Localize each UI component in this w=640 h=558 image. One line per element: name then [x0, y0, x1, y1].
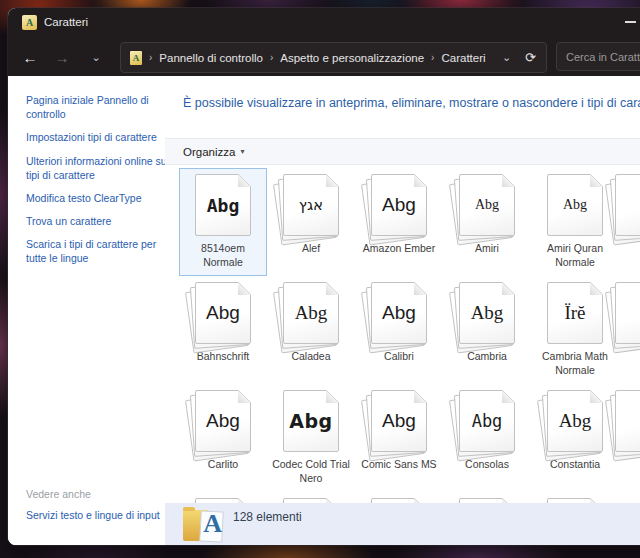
font-preview-text: Abg [289, 410, 332, 432]
font-tile[interactable]: Abg Consolas [443, 384, 531, 492]
font-preview-text: Abg [207, 195, 240, 216]
fonts-grid: Abg 8514oem Normale אגץ Alef Abg Amazon … [179, 168, 640, 545]
forward-button[interactable]: → [50, 46, 74, 68]
font-name-label: Amiri Quran Normale [532, 242, 618, 269]
font-name-label: Codec Cold Trial Nero [268, 458, 354, 485]
breadcrumb-appearance[interactable]: Aspetto e personalizzazione [280, 52, 424, 64]
item-count: 128 elementi [233, 510, 302, 524]
font-file-icon: Abg [278, 280, 344, 346]
sidebar-link[interactable]: Modifica testo ClearType [26, 191, 176, 205]
breadcrumb-separator: › [270, 52, 273, 63]
font-file-icon [610, 388, 640, 454]
sidebar-link[interactable]: Trova un carattere [26, 214, 176, 228]
font-file-icon [610, 172, 640, 238]
font-file-icon: Abg [454, 280, 520, 346]
desktop-wallpaper: A Caratteri ← → ⌄ ↑ A › Pannello di cont… [0, 0, 640, 558]
sidebar-link[interactable]: Scarica i tipi di carattere per tutte le… [26, 237, 176, 265]
font-tile[interactable] [619, 384, 640, 492]
font-tile[interactable]: Abg Codec Cold Trial Nero [267, 384, 355, 492]
font-preview-text: Abg [206, 410, 240, 432]
window-body: Pagina iniziale Pannello di controllo Im… [8, 76, 640, 545]
see-also-section: Vedere anche Servizi testo e lingue di i… [26, 488, 176, 531]
fonts-app-icon: A [22, 15, 37, 30]
font-tile[interactable]: אגץ Alef [267, 168, 355, 276]
font-tile[interactable]: Abg Cambria [443, 276, 531, 384]
font-preview-text: Ïrĕ [564, 302, 585, 324]
see-also-header: Vedere anche [26, 488, 176, 500]
font-file-icon: Abg [366, 280, 432, 346]
font-tile[interactable] [619, 168, 640, 276]
chevron-down-icon: ▾ [240, 147, 244, 156]
font-preview-text: Abg [295, 302, 328, 324]
font-file-icon: Abg [542, 388, 608, 454]
fonts-folder-icon: A [183, 506, 225, 544]
sidebar: Pagina iniziale Pannello di controllo Im… [8, 76, 165, 545]
window-title: Caratteri [44, 16, 88, 28]
sidebar-link[interactable]: Pagina iniziale Pannello di controllo [26, 93, 176, 121]
font-tile[interactable]: Abg Carlito [179, 384, 267, 492]
font-preview-text: Abg [472, 411, 503, 431]
font-tile[interactable]: Abg Amiri [443, 168, 531, 276]
sidebar-link[interactable]: Impostazioni tipi di carattere [26, 130, 176, 144]
font-preview-text: Abg [563, 197, 587, 213]
breadcrumb-separator: › [149, 52, 152, 63]
font-tile[interactable]: Abg 8514oem Normale [179, 168, 267, 276]
font-file-icon: Abg [190, 172, 256, 238]
font-preview-text: Abg [382, 194, 416, 216]
refresh-icon[interactable]: ⟳ [525, 50, 536, 65]
font-file-icon: Abg [366, 172, 432, 238]
font-preview-text: Abg [382, 410, 416, 432]
font-preview-text: Abg [471, 302, 504, 324]
sidebar-links: Pagina iniziale Pannello di controllo Im… [26, 93, 176, 275]
font-file-icon: Abg [190, 388, 256, 454]
organize-button[interactable]: Organizza ▾ [183, 146, 244, 158]
navigation-bar: ← → ⌄ ↑ A › Pannello di controllo › Aspe… [8, 38, 640, 76]
minimize-button[interactable] [625, 21, 636, 23]
font-file-icon: Abg [278, 388, 344, 454]
font-preview-text: Abg [475, 197, 499, 213]
font-tile[interactable]: Abg Comic Sans MS [355, 384, 443, 492]
font-tile[interactable]: Abg Amazon Ember [355, 168, 443, 276]
address-dropdown-icon[interactable]: ⌄ [502, 51, 511, 64]
breadcrumb-separator: › [431, 52, 434, 63]
title-bar: A Caratteri [8, 8, 640, 38]
font-preview-text: אגץ [299, 196, 323, 214]
font-file-icon: אגץ [278, 172, 344, 238]
organize-label: Organizza [183, 146, 235, 158]
sidebar-link[interactable]: Servizi testo e lingue di input [26, 508, 176, 522]
fonts-location-icon: A [130, 51, 142, 65]
font-file-icon: Ïrĕ [542, 280, 608, 346]
font-file-icon [610, 280, 640, 346]
command-bar: Organizza ▾ [165, 138, 640, 165]
fonts-control-panel-window: A Caratteri ← → ⌄ ↑ A › Pannello di cont… [8, 8, 640, 545]
font-file-icon: Abg [454, 388, 520, 454]
content-area: È possibile visualizzare in anteprima, e… [165, 76, 640, 545]
font-name-label: Cambria Math Normale [532, 350, 618, 377]
font-file-icon: Abg [454, 172, 520, 238]
font-tile[interactable]: Abg Calibri [355, 276, 443, 384]
font-preview-text: Abg [382, 302, 416, 324]
font-file-icon: Abg [366, 388, 432, 454]
search-input[interactable] [556, 42, 640, 71]
font-preview-text: Abg [206, 302, 240, 324]
font-preview-text: Abg [559, 410, 592, 432]
recent-locations-chevron-icon[interactable]: ⌄ [84, 46, 108, 68]
sidebar-link[interactable]: Ulteriori informazioni online sui tipi d… [26, 154, 176, 182]
address-bar[interactable]: A › Pannello di controllo › Aspetto e pe… [120, 42, 547, 73]
font-tile[interactable]: Abg Bahnschrift [179, 276, 267, 384]
status-bar: A 128 elementi [165, 503, 640, 545]
breadcrumb-control-panel[interactable]: Pannello di controllo [159, 52, 263, 64]
back-button[interactable]: ← [18, 46, 42, 68]
font-tile[interactable]: Abg Caladea [267, 276, 355, 384]
font-file-icon: Abg [542, 172, 608, 238]
font-name-label: 8514oem Normale [180, 242, 266, 269]
font-tile[interactable] [619, 276, 640, 384]
breadcrumb-fonts[interactable]: Caratteri [441, 52, 485, 64]
font-file-icon: Abg [190, 280, 256, 346]
page-heading: È possibile visualizzare in anteprima, e… [183, 96, 640, 112]
